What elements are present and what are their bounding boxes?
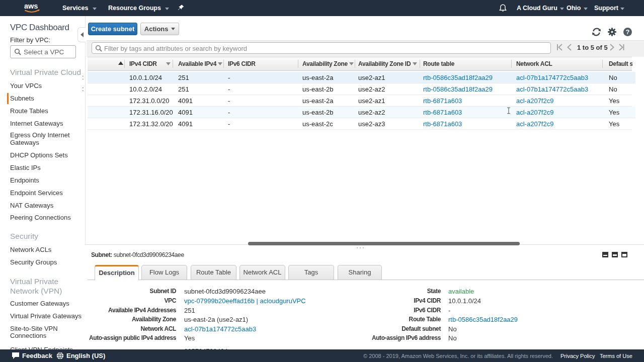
svg-text:aws: aws xyxy=(24,2,38,10)
